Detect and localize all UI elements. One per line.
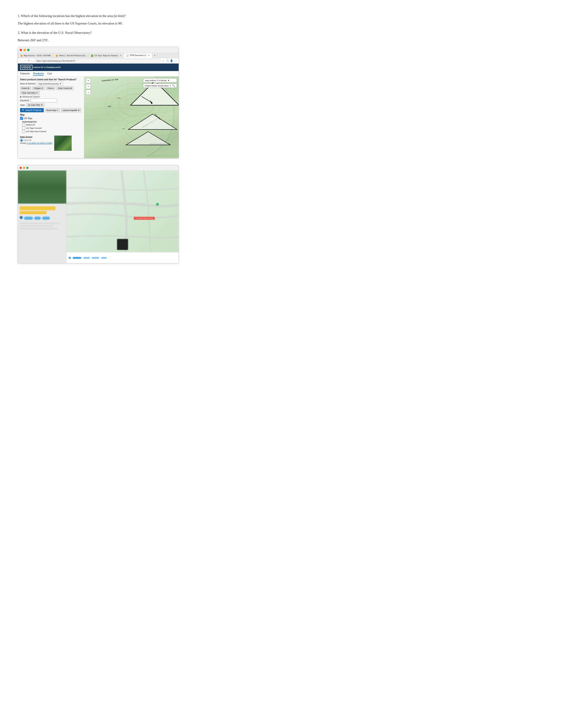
point-btn[interactable]: Point ● — [46, 86, 55, 90]
s2-text-2 — [20, 225, 53, 227]
question-1: 1. Which of the following locations has … — [18, 13, 170, 19]
data-extent-section: Data Extent 7.5 x 7.5 minute (1:24,000/1… — [20, 135, 82, 151]
date-filter-btn[interactable]: No Date Filter ▼ — [26, 103, 44, 107]
s2-max-btn[interactable] — [26, 167, 28, 169]
url-bar[interactable]: https://apps.nationalmap.gov/downloader/… — [34, 59, 161, 63]
usgs-header: USGS science for a changing world — [18, 64, 179, 71]
tab-tnm-download[interactable]: 📋 TNM Download v2 ✕ — [124, 53, 152, 58]
us-topo-current-label: US Topo Current — [26, 127, 42, 129]
star-icon[interactable]: ☆ — [162, 59, 164, 62]
panel-actions: 🔍 Search Products Reset Map ↺ Upload sha… — [20, 108, 82, 112]
answer-2: Between 260' and 270'. — [18, 38, 170, 43]
s2-min-btn[interactable] — [23, 167, 25, 169]
tab-label-4: TNM Download v2 — [130, 54, 146, 56]
usgs-left-panel: Select products below and then hit "Sear… — [18, 77, 84, 158]
s2-nav-bar-2 — [83, 257, 90, 259]
s2-close-btn[interactable] — [20, 167, 22, 169]
tab-us-topo[interactable]: 🟩 US Topo: Maps for America ✕ — [88, 53, 124, 58]
nav-refresh-btn[interactable]: ↺ — [28, 59, 30, 62]
enter-coords-btn[interactable]: Enter Coords ⊞ — [56, 86, 74, 90]
us-topo-non-current-label: US Topo Non-Current — [26, 130, 46, 133]
usgs-logo-box: USGS — [20, 65, 32, 70]
nav-datasets[interactable]: Datasets — [20, 72, 30, 76]
nav-forward-btn[interactable]: → — [24, 59, 26, 62]
map-search-icon[interactable]: 🔍 — [172, 84, 175, 87]
data-extent-link[interactable]: (1:24,000/1:25,000/1:31,680) — [27, 142, 52, 144]
s2-icon-1 — [20, 216, 23, 219]
s2-bar-1 — [24, 217, 33, 220]
tab-ask-professor[interactable]: 🔶 Week 2 | Ask the Professor (Op… ✕ — [53, 53, 88, 58]
browser-title-bar — [18, 47, 179, 53]
area-label: Area of Interest: — [20, 83, 36, 85]
tab-new[interactable]: + — [152, 53, 157, 58]
usgs-app: USGS science for a changing world Datase… — [18, 64, 179, 158]
s2-thumbnail-image — [18, 171, 66, 204]
tab-icon-3: 🟩 — [91, 54, 93, 57]
polygon-btn[interactable]: Polygon ⊡ — [32, 86, 45, 90]
s2-bottom-bar — [66, 252, 179, 263]
enter-coords-label: Enter Coords ⊞ — [58, 87, 72, 89]
map-search-close-icon[interactable]: ✕ — [169, 84, 171, 87]
s2-icon-row — [20, 216, 64, 220]
menu-icon[interactable]: ⋯ — [174, 59, 177, 62]
select-all-checkbox[interactable] — [22, 123, 25, 126]
us-topo-non-current-checkbox[interactable] — [22, 130, 25, 133]
map-home-btn[interactable]: ⌂ — [86, 90, 91, 95]
profile-icon[interactable]: 👤 — [170, 59, 173, 62]
keyword-label: Keyword: — [20, 99, 29, 102]
data-extent-title: Data Extent — [20, 136, 52, 138]
select-all-label: Select All — [26, 124, 35, 126]
bookmark-icon[interactable]: 📑 — [165, 59, 169, 62]
zoom-out-btn[interactable]: − — [86, 84, 91, 89]
us-topo-checkbox-row[interactable]: US Topo — [20, 117, 82, 120]
area-select[interactable]: Map Extent/Geometry ▼ — [37, 82, 63, 86]
us-topo-current-checkbox[interactable] — [22, 127, 25, 129]
map-indices-dropdown[interactable]: Map Indices 7.5 Minute ▼ — [143, 78, 177, 83]
date-label: Date: — [20, 104, 25, 106]
keyword-input[interactable] — [30, 99, 57, 102]
zoom-in-btn[interactable]: + — [86, 78, 91, 83]
s2-black-rect — [117, 239, 128, 250]
extent-btn[interactable]: Extent ⊞ — [20, 86, 31, 90]
area-select-label: Map Extent/Geometry ▼ — [38, 83, 61, 85]
point-btn-label: Point ● — [47, 87, 54, 89]
dropdown-chevron-icon: ▼ — [167, 79, 169, 82]
data-extent-radio[interactable] — [20, 139, 23, 142]
reset-map-btn[interactable]: Reset Map ↺ — [45, 108, 60, 112]
usgs-map[interactable]: EDMUNDS ST NW WHITEHAVEN ST NW OBSERVATO… — [84, 77, 179, 158]
tab-close-3[interactable]: ✕ — [120, 54, 122, 57]
s2-yellow-bar-2 — [20, 211, 47, 214]
search-icon: 🔍 — [22, 109, 25, 111]
svg-marker-9 — [126, 132, 170, 145]
s2-nav-bar-3 — [92, 257, 99, 259]
upload-shapefile-btn[interactable]: Upload shapefile ⬆ — [61, 108, 81, 112]
map-search-box[interactable]: United States Naval Obse ✕ 🔍 — [143, 84, 177, 88]
nav-back-btn[interactable]: ← — [20, 59, 22, 62]
date-row: Date: No Date Filter ▼ — [20, 103, 82, 107]
us-topo-checkbox[interactable] — [20, 117, 23, 120]
nav-cart[interactable]: Cart — [47, 72, 52, 76]
map-triangles-overlay — [84, 77, 179, 158]
tab-label-1: Map Activity - GEOG 100 6980 — [24, 54, 51, 57]
screenshot2-header — [18, 165, 179, 171]
tab-close-4[interactable]: ✕ — [148, 54, 150, 56]
s2-bar-2 — [34, 217, 41, 220]
clear-geometry-btn[interactable]: Clear Geometry ✕ — [20, 91, 39, 95]
answer-1: The highest elevation of all three is th… — [18, 21, 170, 26]
map-section: Map US Topo Subcategories Select All US … — [20, 114, 82, 133]
screenshot2-content: US Naval Observatory — [18, 171, 179, 263]
tab-map-activity[interactable]: 🔶 Map Activity - GEOG 100 6980 ✕ — [18, 53, 53, 58]
search-products-btn[interactable]: 🔍 Search Products — [20, 108, 44, 112]
search-products-label: Search Products — [25, 109, 42, 111]
browser-max-btn[interactable] — [27, 49, 30, 51]
s2-text-rows — [20, 223, 64, 230]
nav-products[interactable]: Products — [33, 72, 44, 76]
nav-home-btn[interactable]: ⌂ — [31, 59, 33, 62]
browser-min-btn[interactable] — [23, 49, 26, 51]
panel-section-title: Select products below and then hit "Sear… — [20, 78, 82, 81]
advanced-search-toggle[interactable]: ▶ Advanced Search — [20, 96, 82, 98]
select-all-row[interactable]: Select All — [22, 123, 82, 126]
browser-close-btn[interactable] — [20, 49, 22, 51]
us-topo-non-current-row[interactable]: US Topo Non-Current — [22, 130, 82, 133]
us-topo-current-row[interactable]: US Topo Current — [22, 127, 82, 129]
